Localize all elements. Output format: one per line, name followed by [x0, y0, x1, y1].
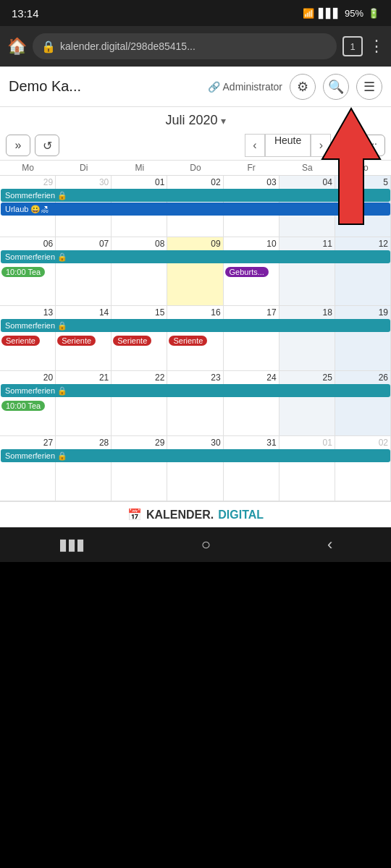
menu-button[interactable]: ☰	[356, 74, 382, 100]
calendar-week-2: 06 07 08 09 10 11 12 Sommerferien 🔒 10:0…	[0, 237, 391, 306]
day-27-jul[interactable]: 27	[0, 436, 56, 501]
footer-highlight: DIGITAL	[218, 509, 264, 522]
status-time: 13:14	[12, 7, 39, 20]
day-23-jul[interactable]: 23	[167, 371, 223, 435]
home-icon[interactable]: 🏠	[7, 37, 27, 56]
day-26-jul[interactable]: 26	[335, 371, 391, 435]
nav-refresh-button[interactable]: ↺	[35, 135, 59, 156]
app-footer: 📅 KALENDER.DIGITAL	[0, 501, 391, 527]
month-caret-icon: ▾	[221, 115, 226, 127]
day-17-jul[interactable]: 17	[224, 306, 279, 370]
nav-prev-button[interactable]: ‹	[245, 134, 265, 157]
day-18-jul[interactable]: 18	[279, 306, 335, 370]
calendar-week-4: 20 21 22 23 24 25 26 Sommerferien 🔒 10:0…	[0, 371, 391, 436]
day-05-jul[interactable]: 5	[335, 176, 391, 237]
day-22-jul[interactable]: 22	[112, 371, 167, 435]
footer-text: KALENDER.	[146, 509, 214, 522]
day-header-sun: So	[335, 161, 391, 175]
day-header-sat: Sa	[279, 161, 335, 175]
nav-today-group: ‹ Heute ›	[245, 134, 331, 157]
day-16-jul[interactable]: 16	[167, 306, 223, 370]
menu-icon: ☰	[363, 79, 375, 95]
day-31-jul[interactable]: 31	[224, 436, 279, 501]
calendar-grid: 29 30 01 02 03 04 5 Sommerferien 🔒 Urlau…	[0, 176, 391, 501]
calendar-container: Juli 2020 ▾ » ↺ ‹ Heute › Mona... Mo Di	[0, 107, 391, 527]
day-25-jul[interactable]: 25	[279, 371, 335, 435]
calendar-week-1: 29 30 01 02 03 04 5 Sommerferien 🔒 Urlau…	[0, 176, 391, 237]
nav-view-button[interactable]: Mona...	[335, 135, 385, 156]
day-30-jul[interactable]: 30	[167, 436, 223, 501]
signal-bars: ▋▋▋	[319, 8, 340, 19]
day-20-jul[interactable]: 20	[0, 371, 56, 435]
nav-today-button[interactable]: Heute	[265, 134, 311, 157]
nav-next-button[interactable]: ›	[311, 134, 331, 157]
day-30-jun[interactable]: 30	[56, 176, 112, 237]
day-21-jul[interactable]: 21	[56, 371, 112, 435]
nav-back-button[interactable]: »	[6, 135, 30, 156]
lock-icon: 🔒	[41, 40, 56, 54]
admin-link[interactable]: 🔗 Administrator	[208, 81, 282, 93]
android-home-button[interactable]: ○	[201, 535, 211, 554]
day-04-jul[interactable]: 04	[279, 176, 335, 237]
admin-label: Administrator	[223, 81, 282, 93]
day-headers: Mo Di Mi Do Fr Sa So	[0, 161, 391, 176]
app-header: Demo Ka... 🔗 Administrator ⚙ 🔍 ☰	[0, 67, 391, 107]
day-01-aug[interactable]: 01	[279, 436, 335, 501]
status-right: 📶 ▋▋▋ 95% 🔋	[303, 8, 379, 19]
search-icon: 🔍	[328, 79, 344, 95]
android-nav-bar: ▮▮▮ ○ ‹	[0, 527, 391, 562]
day-14-jul[interactable]: 14	[56, 306, 112, 370]
footer-icon: 📅	[127, 508, 142, 522]
day-29-jun[interactable]: 29	[0, 176, 56, 237]
day-11-jul[interactable]: 11	[279, 237, 335, 305]
tab-count-button[interactable]: 1	[342, 36, 363, 56]
day-02-jul[interactable]: 02	[167, 176, 223, 237]
day-12-jul[interactable]: 12	[335, 237, 391, 305]
day-header-wed: Mi	[112, 161, 167, 175]
day-01-jul[interactable]: 01	[112, 176, 167, 237]
day-03-jul[interactable]: 03	[224, 176, 279, 237]
day-28-jul[interactable]: 28	[56, 436, 112, 501]
status-bar: 13:14 📶 ▋▋▋ 95% 🔋	[0, 0, 391, 26]
month-title[interactable]: Juli 2020	[165, 113, 217, 128]
day-07-jul[interactable]: 07	[56, 237, 112, 305]
day-19-jul[interactable]: 19	[335, 306, 391, 370]
day-13-jul[interactable]: 13	[0, 306, 56, 370]
day-15-jul[interactable]: 15	[112, 306, 167, 370]
url-text: kalender.digital/298de85415...	[60, 41, 196, 52]
android-back-button[interactable]: ‹	[327, 535, 332, 554]
nav-bar: » ↺ ‹ Heute › Mona...	[0, 131, 391, 161]
settings-icon: ⚙	[297, 79, 308, 95]
day-24-jul[interactable]: 24	[224, 371, 279, 435]
day-29-jul[interactable]: 29	[112, 436, 167, 501]
day-header-tue: Di	[56, 161, 112, 175]
battery-icon: 🔋	[368, 8, 379, 19]
day-09-jul[interactable]: 09	[167, 237, 223, 305]
wifi-icon: 📶	[303, 8, 314, 19]
battery-level: 95%	[345, 8, 363, 19]
link-icon: 🔗	[208, 81, 220, 93]
browser-more-button[interactable]: ⋮	[369, 37, 384, 56]
browser-bar: 🏠 🔒 kalender.digital/298de85415... 1 ⋮	[0, 26, 391, 67]
day-06-jul[interactable]: 06	[0, 237, 56, 305]
day-10-jul[interactable]: 10	[224, 237, 279, 305]
month-title-bar: Juli 2020 ▾	[0, 107, 391, 131]
day-08-jul[interactable]: 08	[112, 237, 167, 305]
day-header-thu: Do	[167, 161, 223, 175]
settings-button[interactable]: ⚙	[290, 74, 316, 100]
day-header-mon: Mo	[0, 161, 56, 175]
app-title: Demo Ka...	[9, 78, 201, 95]
day-header-fri: Fr	[224, 161, 279, 175]
url-bar[interactable]: 🔒 kalender.digital/298de85415...	[33, 33, 337, 59]
calendar-week-5: 27 28 29 30 31 01 02 Sommerferien 🔒	[0, 436, 391, 501]
calendar-week-3: 13 14 15 16 17 18 19 Sommerferien 🔒 Seri…	[0, 306, 391, 371]
day-02-aug[interactable]: 02	[335, 436, 391, 501]
search-button[interactable]: 🔍	[323, 74, 349, 100]
android-recent-button[interactable]: ▮▮▮	[59, 535, 85, 554]
